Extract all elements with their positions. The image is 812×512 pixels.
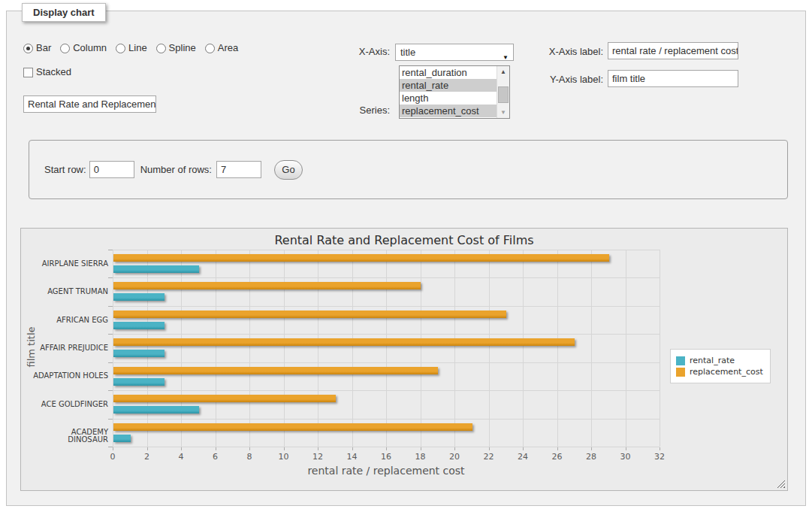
legend-label: rental_rate bbox=[690, 356, 735, 365]
x-tick bbox=[626, 447, 626, 450]
chart-legend: rental_ratereplacement_cost bbox=[670, 349, 771, 383]
chart-type-radio-column[interactable]: Column bbox=[60, 42, 107, 54]
series-option-length[interactable]: length bbox=[400, 92, 497, 105]
category-label: AFRICAN EGG bbox=[29, 317, 108, 324]
radio-icon[interactable] bbox=[205, 44, 215, 53]
x-tick-label: 4 bbox=[171, 452, 191, 462]
gridline-v bbox=[591, 250, 592, 447]
x-tick bbox=[489, 447, 490, 450]
series-option-rental_rate[interactable]: rental_rate bbox=[400, 79, 497, 92]
chevron-down-icon: ▼ bbox=[503, 50, 509, 65]
y-tick bbox=[108, 447, 113, 447]
legend-item-replacement_cost[interactable]: replacement_cost bbox=[676, 367, 763, 377]
gridline-h bbox=[113, 306, 660, 307]
x-tick-label: 6 bbox=[206, 452, 225, 462]
x-tick bbox=[318, 447, 318, 450]
bar-rental_rate bbox=[113, 350, 165, 357]
x-tick-label: 12 bbox=[308, 452, 328, 462]
chart-title-input[interactable]: Rental Rate and Replacement Cost of Film… bbox=[23, 95, 156, 113]
y-axis-title: film title bbox=[26, 298, 37, 396]
legend-item-rental_rate[interactable]: rental_rate bbox=[676, 356, 763, 365]
radio-label: Area bbox=[218, 42, 238, 54]
category-label: ACADEMY DINOSAUR bbox=[29, 429, 108, 444]
display-chart-panel: Display chart BarColumnLineSplineArea St… bbox=[6, 11, 806, 506]
x-tick-label: 0 bbox=[103, 452, 122, 462]
start-row-input[interactable]: 0 bbox=[89, 161, 134, 178]
radio-label: Spline bbox=[169, 42, 196, 54]
bar-rental_rate bbox=[113, 378, 165, 386]
gridline-v bbox=[626, 250, 626, 447]
listbox-scrollbar[interactable]: ▲ ▼ bbox=[497, 66, 509, 118]
category-label: ADAPTATION HOLES bbox=[29, 372, 108, 380]
gridline-v bbox=[216, 250, 216, 447]
gridline-v bbox=[386, 250, 387, 447]
gridline-v bbox=[489, 250, 490, 447]
chart-container: Rental Rate and Replacement Cost of Film… bbox=[20, 228, 788, 491]
bar-rental_rate bbox=[113, 435, 131, 442]
radio-label: Bar bbox=[36, 42, 51, 54]
x-tick-label: 14 bbox=[343, 452, 362, 462]
category-label: AIRPLANE SIERRA bbox=[29, 260, 108, 268]
x-tick bbox=[352, 447, 353, 450]
y-axis-label-input[interactable]: film title bbox=[608, 70, 738, 87]
radio-icon[interactable] bbox=[116, 44, 125, 53]
chart-type-radio-group: BarColumnLineSplineArea bbox=[23, 42, 243, 54]
x-tick-label: 8 bbox=[240, 452, 259, 462]
go-button[interactable]: Go bbox=[274, 160, 303, 180]
y-tick bbox=[108, 250, 113, 250]
series-option-rental_duration[interactable]: rental_duration bbox=[400, 66, 497, 79]
x-tick-label: 16 bbox=[376, 452, 396, 462]
gridline-v bbox=[421, 250, 421, 447]
legend-swatch-icon bbox=[676, 356, 685, 365]
bar-replacement_cost bbox=[113, 254, 609, 262]
gridline-v bbox=[352, 250, 353, 447]
series-option-replacement_cost[interactable]: replacement_cost bbox=[400, 105, 497, 117]
x-axis-label-input[interactable]: rental rate / replacement cost bbox=[608, 42, 738, 59]
bar-rental_rate bbox=[113, 322, 165, 329]
radio-label: Column bbox=[73, 42, 107, 54]
gridline-h bbox=[113, 362, 660, 363]
chart-type-radio-area[interactable]: Area bbox=[205, 42, 238, 54]
x-axis-selected-value: title bbox=[400, 47, 415, 58]
scroll-up-icon[interactable]: ▲ bbox=[497, 66, 509, 77]
scroll-down-icon[interactable]: ▼ bbox=[497, 107, 509, 118]
x-tick bbox=[216, 447, 216, 450]
resize-handle-icon[interactable] bbox=[777, 480, 785, 488]
chart-type-radio-spline[interactable]: Spline bbox=[156, 42, 196, 54]
plot-area bbox=[113, 250, 660, 447]
stacked-option[interactable]: Stacked bbox=[23, 66, 71, 78]
gridline-v bbox=[113, 250, 113, 447]
radio-icon[interactable] bbox=[23, 44, 33, 53]
gridline-v bbox=[454, 250, 455, 447]
x-axis-label-label: X-Axis label: bbox=[519, 46, 603, 58]
num-rows-input[interactable]: 7 bbox=[216, 161, 261, 178]
row-range-subpanel: Start row: 0 Number of rows: 7 Go bbox=[29, 140, 788, 199]
category-label: AGENT TRUMAN bbox=[29, 288, 108, 295]
chart-type-radio-line[interactable]: Line bbox=[116, 42, 147, 54]
x-axis-title: rental rate / replacement cost bbox=[113, 465, 660, 477]
x-tick-label: 28 bbox=[581, 452, 601, 462]
category-label: AFFAIR PREJUDICE bbox=[29, 344, 108, 352]
chart-type-radio-bar[interactable]: Bar bbox=[23, 42, 51, 54]
stacked-checkbox[interactable] bbox=[23, 68, 33, 77]
y-tick bbox=[108, 390, 113, 391]
gridline-h bbox=[113, 277, 660, 278]
x-tick-label: 30 bbox=[616, 452, 635, 462]
num-rows-label: Number of rows: bbox=[140, 164, 212, 176]
gridline-v bbox=[557, 250, 558, 447]
gridline-h bbox=[113, 419, 660, 420]
x-tick bbox=[181, 447, 182, 450]
bar-replacement_cost bbox=[113, 282, 421, 289]
series-select-label: Series: bbox=[328, 105, 390, 117]
series-listbox[interactable]: rental_durationrental_ratelengthreplacem… bbox=[399, 65, 510, 119]
x-axis-select[interactable]: title ▼ bbox=[395, 44, 514, 61]
bar-replacement_cost bbox=[113, 367, 438, 374]
radio-icon[interactable] bbox=[156, 44, 166, 53]
y-tick bbox=[108, 419, 113, 420]
x-tick-label: 22 bbox=[479, 452, 499, 462]
x-tick-label: 2 bbox=[137, 452, 157, 462]
bar-rental_rate bbox=[113, 265, 199, 273]
legend-swatch-icon bbox=[676, 368, 685, 377]
scrollbar-thumb[interactable] bbox=[498, 86, 509, 103]
radio-icon[interactable] bbox=[60, 44, 70, 53]
